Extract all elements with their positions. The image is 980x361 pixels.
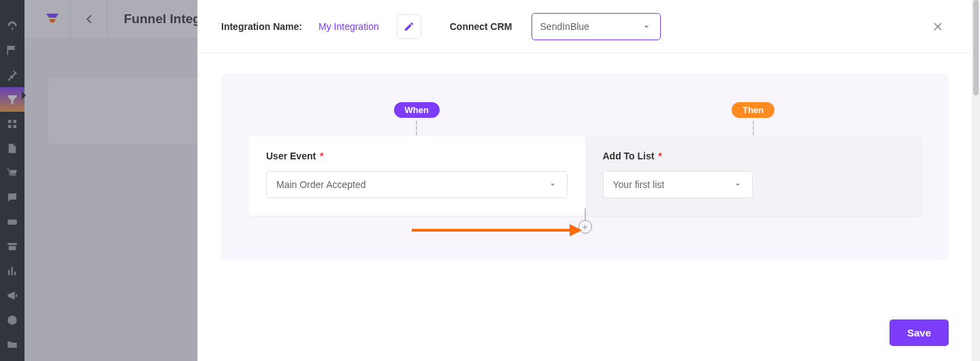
save-button[interactable]: Save bbox=[889, 319, 949, 346]
add-step-button[interactable]: + bbox=[578, 220, 592, 234]
integration-modal: Integration Name: My Integration Connect… bbox=[197, 0, 972, 361]
then-pill: Then bbox=[732, 102, 774, 118]
crm-select-value: SendInBlue bbox=[540, 21, 589, 32]
scrollbar[interactable] bbox=[972, 0, 980, 361]
close-button[interactable] bbox=[927, 16, 949, 37]
annotation-arrow bbox=[412, 225, 582, 236]
chevron-down-icon bbox=[548, 180, 557, 189]
crm-select[interactable]: SendInBlue bbox=[532, 13, 661, 40]
when-card: User Event * Main Order Accepted bbox=[248, 136, 585, 216]
when-connector bbox=[416, 121, 417, 136]
add-to-list-select-value: Your first list bbox=[613, 179, 665, 190]
integration-name-label: Integration Name: bbox=[221, 21, 302, 32]
then-card-title: Add To List * bbox=[603, 151, 904, 161]
close-icon bbox=[931, 20, 945, 33]
integration-name-value: My Integration bbox=[318, 21, 379, 32]
modal-body: When Then User Event * Main Order Accept… bbox=[198, 53, 972, 304]
chevron-down-icon bbox=[733, 180, 742, 189]
chevron-down-icon bbox=[641, 21, 652, 32]
edit-name-button[interactable] bbox=[397, 14, 421, 39]
add-connector: + bbox=[578, 208, 592, 234]
then-connector bbox=[753, 121, 754, 136]
when-pill: When bbox=[394, 102, 440, 118]
required-mark: * bbox=[320, 151, 323, 161]
when-card-title: User Event * bbox=[266, 151, 568, 161]
then-card: Add To List * Your first list bbox=[585, 136, 922, 216]
scrollbar-thumb[interactable] bbox=[973, 0, 979, 95]
modal-header: Integration Name: My Integration Connect… bbox=[198, 0, 972, 53]
modal-footer: Save bbox=[198, 304, 972, 361]
flow-canvas: When Then User Event * Main Order Accept… bbox=[221, 74, 949, 260]
connect-crm-label: Connect CRM bbox=[450, 21, 512, 32]
user-event-select-value: Main Order Accepted bbox=[276, 179, 366, 190]
pencil-icon bbox=[404, 21, 414, 32]
required-mark: * bbox=[658, 151, 662, 161]
user-event-select[interactable]: Main Order Accepted bbox=[266, 171, 568, 198]
add-to-list-select[interactable]: Your first list bbox=[603, 171, 753, 198]
